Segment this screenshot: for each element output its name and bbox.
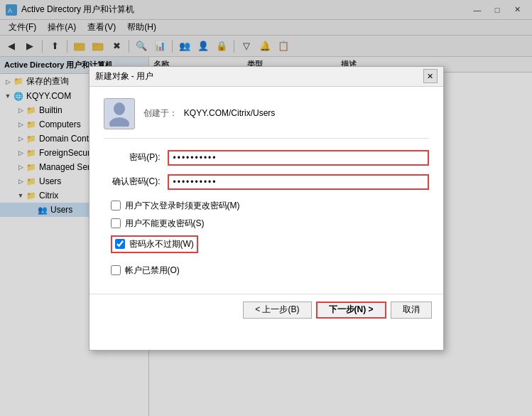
dialog-title: 新建对象 - 用户: [95, 70, 154, 82]
svg-point-6: [114, 102, 125, 115]
dialog-overlay: 新建对象 - 用户 ✕ 创建于： KQYY.COM/Citrix/Users: [0, 0, 532, 416]
new-user-dialog: 新建对象 - 用户 ✕ 创建于： KQYY.COM/Citrix/Users: [89, 66, 444, 351]
checkbox-cannot-change[interactable]: [111, 218, 121, 228]
checkbox-row-3: 密码永不过期(W): [111, 235, 198, 253]
checkbox-disabled[interactable]: [111, 265, 121, 275]
checkbox-never-expire-label: 密码永不过期(W): [129, 238, 194, 250]
password-input-wrap: [168, 150, 429, 166]
checkbox-row-1: 用户下次登录时须更改密码(M): [111, 200, 429, 212]
password-input[interactable]: [168, 150, 429, 166]
dialog-info-row: 创建于： KQYY.COM/Citrix/Users: [104, 98, 429, 139]
prev-button[interactable]: < 上一步(B): [243, 302, 311, 319]
checkbox-must-change[interactable]: [111, 201, 121, 210]
cancel-button[interactable]: 取消: [391, 302, 432, 319]
checkbox-must-change-label: 用户下次登录时须更改密码(M): [125, 200, 240, 212]
info-label: 创建于：: [143, 108, 178, 118]
confirm-input-wrap: [168, 174, 429, 190]
checkbox-row-2: 用户不能更改密码(S): [111, 218, 429, 230]
password-row: 密码(P):: [104, 150, 429, 166]
checkbox-disabled-label: 帐户已禁用(O): [125, 265, 180, 277]
next-button[interactable]: 下一步(N) >: [316, 302, 386, 319]
password-label: 密码(P):: [104, 151, 161, 164]
checkbox-cannot-change-label: 用户不能更改密码(S): [125, 218, 205, 230]
info-path: KQYY.COM/Citrix/Users: [184, 108, 275, 118]
svg-point-7: [109, 117, 129, 127]
dialog-close-button[interactable]: ✕: [423, 69, 438, 83]
confirm-input[interactable]: [168, 174, 429, 190]
checkboxes-section: 用户下次登录时须更改密码(M) 用户不能更改密码(S) 密码永不过期(W) 帐户…: [104, 200, 429, 277]
user-avatar: [104, 98, 135, 129]
dialog-footer: < 上一步(B) 下一步(N) > 取消: [89, 294, 443, 326]
dialog-title-bar: 新建对象 - 用户 ✕: [89, 67, 443, 87]
checkbox-never-expire[interactable]: [115, 239, 125, 249]
dialog-info-text: 创建于： KQYY.COM/Citrix/Users: [143, 107, 276, 119]
confirm-label: 确认密码(C):: [104, 176, 161, 188]
confirm-password-row: 确认密码(C):: [104, 174, 429, 190]
checkbox-row-4: 帐户已禁用(O): [111, 265, 429, 277]
dialog-body: 创建于： KQYY.COM/Citrix/Users 密码(P): 确认密码(C…: [89, 87, 443, 294]
